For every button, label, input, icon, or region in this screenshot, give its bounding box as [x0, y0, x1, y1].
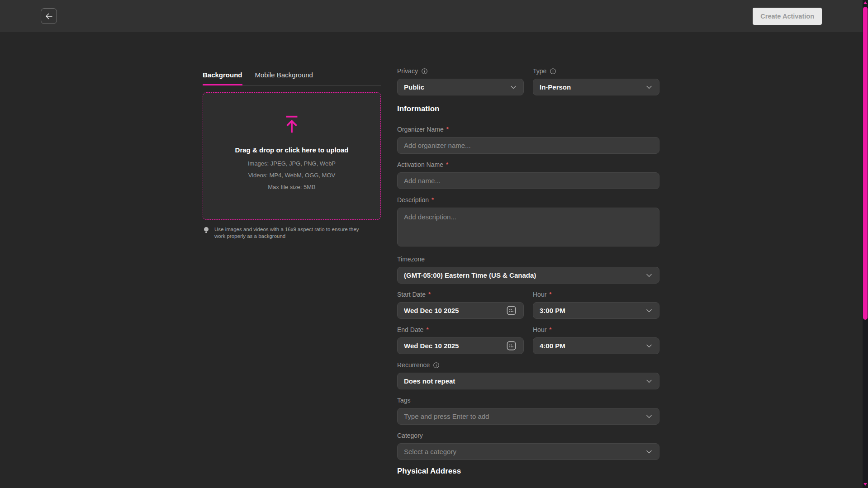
description-label-text: Description [397, 196, 429, 204]
chevron-down-icon [645, 307, 653, 314]
start-hour-label: Hour * [533, 290, 659, 298]
tags-input[interactable]: Type and press Enter to add [397, 408, 659, 425]
privacy-select[interactable]: Public [397, 79, 524, 95]
chevron-down-icon [645, 413, 653, 420]
required-asterisk: * [426, 326, 428, 334]
type-field-group: Type In-Person [533, 67, 659, 95]
required-asterisk: * [432, 196, 434, 204]
upload-dropzone[interactable]: Drag & drop or click here to upload Imag… [203, 92, 381, 220]
category-placeholder: Select a category [404, 448, 645, 455]
organizer-name-input[interactable] [397, 137, 659, 154]
tab-background[interactable]: Background [203, 71, 242, 85]
timezone-field-group: Timezone (GMT-05:00) Eastern Time (US & … [397, 255, 659, 284]
recurrence-value: Does not repeat [404, 377, 645, 385]
info-icon [421, 68, 428, 75]
information-heading: Information [397, 104, 659, 114]
start-date-value: Wed Dec 10 2025 [404, 307, 506, 314]
topbar: Create Activation [0, 0, 868, 32]
description-label: Description * [397, 196, 659, 204]
chevron-down-icon [510, 84, 517, 91]
type-label: Type [533, 67, 659, 75]
lightbulb-icon [203, 226, 210, 234]
end-date-label: End Date * [397, 326, 524, 334]
end-hour-value: 4:00 PM [540, 342, 645, 350]
start-hour-select[interactable]: 3:00 PM [533, 302, 659, 319]
type-value: In-Person [540, 83, 645, 91]
chevron-down-icon [645, 272, 653, 279]
organizer-name-field-group: Organizer Name * [397, 125, 659, 154]
background-tabs: Background Mobile Background [203, 71, 381, 85]
scroll-down-arrow[interactable] [863, 483, 867, 486]
physical-address-heading: Physical Address [397, 467, 659, 476]
scrollbar-thumb[interactable] [863, 7, 868, 320]
end-date-picker[interactable]: Wed Dec 10 2025 [397, 337, 524, 354]
privacy-field-group: Privacy Public [397, 67, 524, 95]
create-activation-button[interactable]: Create Activation [753, 8, 822, 25]
timezone-label: Timezone [397, 255, 659, 263]
start-date-label-text: Start Date [397, 290, 426, 298]
end-hour-field-group: Hour * 4:00 PM [533, 326, 659, 354]
end-date-field-group: End Date * Wed Dec 10 2025 [397, 326, 524, 354]
chevron-down-icon [645, 378, 653, 385]
calendar-icon [506, 305, 517, 316]
description-field-group: Description * [397, 196, 659, 248]
dropzone-videos-formats: Videos: MP4, WebM, OGG, MOV [248, 172, 335, 179]
end-hour-label-text: Hour [533, 326, 546, 334]
activation-name-field-group: Activation Name * [397, 161, 659, 189]
background-upload-panel: Background Mobile Background Drag & drop… [203, 32, 381, 488]
timezone-select[interactable]: (GMT-05:00) Eastern Time (US & Canada) [397, 267, 659, 284]
info-icon [550, 68, 556, 75]
activation-name-label: Activation Name * [397, 161, 659, 169]
organizer-name-label-text: Organizer Name [397, 125, 444, 133]
info-icon [433, 362, 440, 369]
privacy-label: Privacy [397, 67, 524, 75]
recurrence-field-group: Recurrence Does not repeat [397, 361, 659, 389]
type-select[interactable]: In-Person [533, 79, 659, 95]
scroll-up-arrow[interactable] [863, 1, 867, 4]
timezone-label-text: Timezone [397, 255, 425, 263]
end-date-value: Wed Dec 10 2025 [404, 342, 506, 350]
category-label-text: Category [397, 431, 423, 440]
tags-field-group: Tags Type and press Enter to add [397, 396, 659, 425]
chevron-down-icon [645, 84, 653, 91]
recurrence-label: Recurrence [397, 361, 659, 369]
required-asterisk: * [549, 290, 551, 298]
chevron-down-icon [645, 342, 653, 350]
tags-placeholder: Type and press Enter to add [404, 412, 645, 420]
description-textarea[interactable] [397, 208, 659, 246]
activation-name-label-text: Activation Name [397, 161, 443, 169]
dropzone-max-size: Max file size: 5MB [268, 184, 315, 190]
type-label-text: Type [533, 67, 546, 75]
start-hour-label-text: Hour [533, 290, 546, 298]
category-field-group: Category Select a category [397, 431, 659, 460]
aspect-ratio-tip-text: Use images and videos with a 16x9 aspect… [214, 226, 359, 240]
dropzone-images-formats: Images: JPEG, JPG, PNG, WebP [248, 160, 336, 167]
aspect-ratio-tip: Use images and videos with a 16x9 aspect… [203, 226, 364, 240]
upload-arrow-icon [281, 114, 302, 134]
activation-name-input[interactable] [397, 172, 659, 189]
start-date-label: Start Date * [397, 290, 524, 298]
category-select[interactable]: Select a category [397, 443, 659, 460]
activation-form: Privacy Public Type [397, 32, 659, 488]
privacy-label-text: Privacy [397, 67, 418, 75]
end-hour-select[interactable]: 4:00 PM [533, 337, 659, 354]
required-asterisk: * [549, 326, 551, 334]
tags-label-text: Tags [397, 396, 411, 404]
back-button[interactable] [41, 8, 57, 24]
recurrence-select[interactable]: Does not repeat [397, 373, 659, 389]
required-asterisk: * [446, 161, 448, 169]
recurrence-label-text: Recurrence [397, 361, 430, 369]
start-date-picker[interactable]: Wed Dec 10 2025 [397, 302, 524, 319]
tags-label: Tags [397, 396, 659, 404]
end-hour-label: Hour * [533, 326, 659, 334]
tab-mobile-background[interactable]: Mobile Background [255, 71, 313, 85]
start-hour-value: 3:00 PM [540, 307, 645, 314]
timezone-value: (GMT-05:00) Eastern Time (US & Canada) [404, 271, 645, 279]
required-asterisk: * [428, 290, 431, 298]
arrow-left-icon [44, 12, 53, 21]
start-date-field-group: Start Date * Wed Dec 10 2025 [397, 290, 524, 319]
end-date-label-text: End Date [397, 326, 423, 334]
start-hour-field-group: Hour * 3:00 PM [533, 290, 659, 319]
main-content: Background Mobile Background Drag & drop… [203, 32, 659, 488]
calendar-icon [506, 340, 517, 351]
